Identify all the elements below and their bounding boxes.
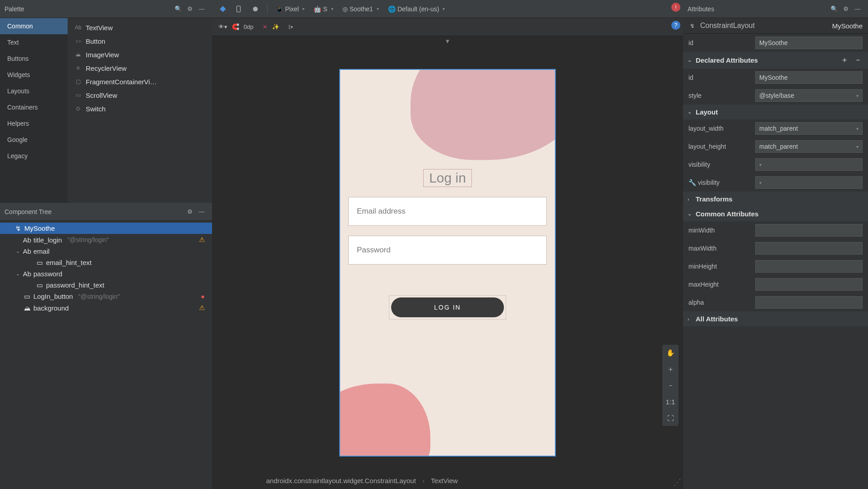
section-layout[interactable]: ⌄ Layout: [683, 105, 868, 119]
tree-node[interactable]: ⌄Abpassword: [0, 268, 212, 279]
surface-icon[interactable]: [217, 3, 229, 15]
locale-selector[interactable]: 🌐 Default (en-us): [385, 3, 448, 15]
palette-category-common[interactable]: Common: [0, 18, 68, 34]
attributes-title: Attributes: [688, 5, 828, 13]
attr-select[interactable]: match_parent: [755, 122, 863, 135]
palette-item[interactable]: AbTextView: [68, 21, 212, 34]
palette-item[interactable]: ▢FragmentContainerVi…: [68, 75, 212, 88]
device-label: Pixel: [285, 5, 299, 13]
remove-icon[interactable]: －: [853, 55, 863, 65]
help-icon[interactable]: ?: [671, 21, 680, 30]
palette-items: AbTextView▭Button⛰ImageView≡RecyclerView…: [68, 18, 212, 203]
tree-node[interactable]: ▭password_hint_text: [0, 279, 212, 291]
theme-selector[interactable]: ◎ Soothe1: [340, 3, 382, 15]
tree-node[interactable]: Abtitle_login"@string/login"⚠: [0, 234, 212, 246]
section-all[interactable]: › All Attributes: [683, 311, 868, 326]
search-icon[interactable]: 🔍: [828, 3, 840, 15]
attr-input[interactable]: [755, 260, 863, 273]
node-icon: ▭: [36, 282, 43, 289]
attr-name: style: [688, 92, 752, 99]
tree-node[interactable]: ⌄Abemail: [0, 246, 212, 257]
attr-select[interactable]: [755, 176, 863, 189]
attr-id-input[interactable]: [755, 37, 863, 49]
minimize-icon[interactable]: —: [852, 3, 863, 15]
attr-input[interactable]: [755, 71, 863, 84]
section-transforms[interactable]: › Transforms: [683, 192, 868, 206]
password-field[interactable]: Password: [348, 236, 547, 265]
attr-name: visibility: [688, 161, 752, 168]
autoconnect-icon[interactable]: 🧲: [232, 23, 239, 30]
palette-category-layouts[interactable]: Layouts: [0, 83, 68, 99]
attr-row: layout_heightmatch_parent: [683, 137, 868, 155]
node-icon: ↯: [14, 225, 22, 232]
login-title[interactable]: Log in: [423, 169, 472, 187]
section-declared[interactable]: ⌄ Declared Attributes ＋ －: [683, 52, 868, 69]
palette-item[interactable]: ⊙Switch: [68, 102, 212, 115]
attr-input[interactable]: [755, 296, 863, 309]
add-icon[interactable]: ＋: [839, 55, 850, 65]
chevron-right-icon: ›: [688, 197, 693, 202]
breadcrumb-item[interactable]: androidx.constraintlayout.widget.Constra…: [266, 477, 416, 484]
clear-constraints-icon[interactable]: ⨯: [263, 23, 268, 30]
attr-name: layout_height: [688, 143, 752, 150]
api-selector[interactable]: 🤖 S: [311, 3, 336, 15]
attr-name: maxHeight: [688, 281, 752, 288]
twist-icon[interactable]: ⌄: [14, 248, 21, 254]
palette-category-google[interactable]: Google: [0, 132, 68, 148]
gear-icon[interactable]: ⚙: [184, 206, 196, 218]
zoom-reset-icon[interactable]: 1:1: [662, 393, 679, 410]
view-options-icon[interactable]: 👁▾: [218, 23, 227, 30]
attr-name: layout_width: [688, 125, 752, 132]
attr-input[interactable]: [755, 278, 863, 291]
zoom-out-icon[interactable]: －: [662, 377, 679, 393]
palette-item[interactable]: ▭Button: [68, 34, 212, 48]
tree-node[interactable]: ▭LogIn_button"@string/login"●: [0, 291, 212, 302]
palette-category-widgets[interactable]: Widgets: [0, 67, 68, 83]
palette-category-helpers[interactable]: Helpers: [0, 115, 68, 132]
attr-input[interactable]: [755, 224, 863, 237]
tree-node[interactable]: ⛰background⚠: [0, 302, 212, 314]
guidelines-icon[interactable]: ⟟▾: [288, 23, 293, 31]
infer-constraints-icon[interactable]: ✨: [272, 23, 279, 30]
search-icon[interactable]: 🔍: [172, 3, 184, 15]
attr-select[interactable]: [755, 158, 863, 171]
breadcrumb-item[interactable]: TextView: [431, 477, 458, 484]
error-notification-icon[interactable]: !: [671, 3, 680, 12]
gear-icon[interactable]: ⚙: [184, 3, 196, 15]
email-field[interactable]: Email address: [348, 197, 547, 226]
palette-item[interactable]: ≡RecyclerView: [68, 61, 212, 75]
attr-select[interactable]: match_parent: [755, 140, 863, 153]
resize-grip-icon[interactable]: ⋰: [673, 477, 681, 487]
palette-category-legacy[interactable]: Legacy: [0, 148, 68, 164]
device-preview[interactable]: Log in Email address Password LOG IN: [339, 69, 556, 457]
tree-node[interactable]: ▭email_hint_text: [0, 257, 212, 268]
palette-item[interactable]: ▭ScrollView: [68, 88, 212, 102]
node-label: email_hint_text: [46, 259, 92, 266]
palette-category-buttons[interactable]: Buttons: [0, 50, 68, 67]
top-handle-icon[interactable]: ▼: [445, 38, 451, 45]
gear-icon[interactable]: ⚙: [840, 3, 852, 15]
section-common[interactable]: ⌄ Common Attributes: [683, 206, 868, 221]
tree-node[interactable]: ↯MySoothe: [0, 223, 212, 234]
default-margin[interactable]: 0dp: [244, 23, 254, 30]
zoom-fit-icon[interactable]: ⛶: [662, 410, 679, 426]
zoom-in-icon[interactable]: ＋: [662, 361, 679, 377]
login-button[interactable]: LOG IN: [391, 297, 504, 317]
attr-input[interactable]: [755, 242, 863, 255]
login-button-frame[interactable]: LOG IN: [389, 295, 506, 320]
design-canvas[interactable]: ▼ Log in Email address Password LOG IN ⋰: [212, 36, 683, 489]
minimize-icon[interactable]: —: [196, 206, 208, 218]
attr-select[interactable]: @style/base: [755, 89, 863, 102]
orientation-icon[interactable]: [233, 3, 245, 15]
minimize-icon[interactable]: —: [196, 3, 208, 15]
twist-icon[interactable]: ⌄: [14, 271, 21, 277]
attributes-subject: ↯ ConstraintLayout MySoothe: [683, 18, 868, 34]
node-icon: Ab: [23, 236, 31, 243]
device-selector[interactable]: 📱 Pixel: [273, 3, 307, 15]
breadcrumb: androidx.constraintlayout.widget.Constra…: [266, 477, 458, 484]
pan-icon[interactable]: ✋: [662, 345, 679, 361]
night-mode-icon[interactable]: [249, 3, 262, 15]
palette-category-text[interactable]: Text: [0, 34, 68, 50]
palette-item[interactable]: ⛰ImageView: [68, 48, 212, 61]
palette-category-containers[interactable]: Containers: [0, 99, 68, 115]
